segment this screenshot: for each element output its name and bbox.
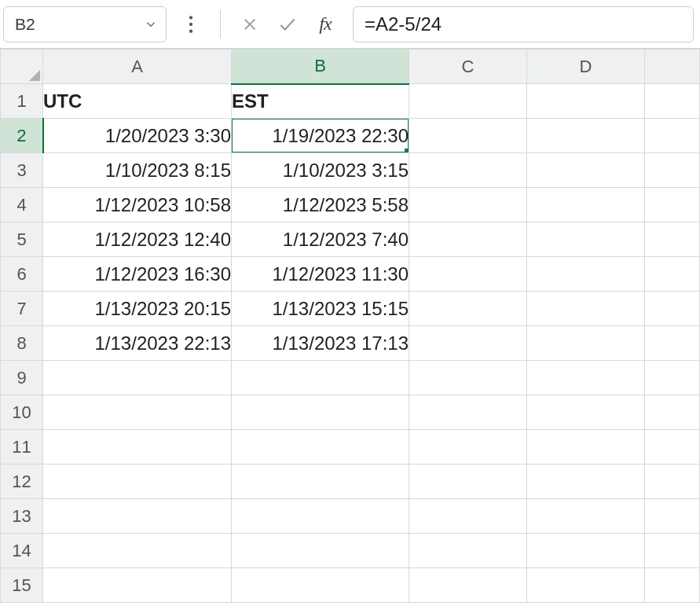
cell-extra-3[interactable] xyxy=(645,153,700,188)
cell-B3[interactable]: 1/10/2023 3:15 xyxy=(232,153,409,188)
row-header-3[interactable]: 3 xyxy=(1,153,43,188)
cell-extra-8[interactable] xyxy=(645,326,700,361)
cell-D5[interactable] xyxy=(527,222,645,257)
formula-bar-input[interactable]: =A2-5/24 xyxy=(353,6,694,42)
cell-D15[interactable] xyxy=(527,568,645,603)
name-box[interactable]: B2 xyxy=(3,6,167,42)
cell-A11[interactable] xyxy=(43,430,232,465)
cell-D9[interactable] xyxy=(527,361,645,395)
row-header-10[interactable]: 10 xyxy=(1,395,43,430)
cell-extra-12[interactable] xyxy=(645,465,700,499)
cell-D1[interactable] xyxy=(527,84,645,119)
cell-A6[interactable]: 1/12/2023 16:30 xyxy=(43,257,232,292)
row-header-1[interactable]: 1 xyxy=(1,84,43,119)
cell-D6[interactable] xyxy=(527,257,645,292)
cell-B15[interactable] xyxy=(232,568,409,603)
chevron-down-icon[interactable] xyxy=(144,17,158,31)
cell-extra-2[interactable] xyxy=(645,119,700,153)
cell-extra-6[interactable] xyxy=(645,257,700,292)
row-header-2[interactable]: 2 xyxy=(1,119,43,153)
cell-B12[interactable] xyxy=(232,465,409,499)
enter-icon[interactable] xyxy=(276,13,299,36)
cell-C6[interactable] xyxy=(409,257,527,292)
cell-C11[interactable] xyxy=(409,430,527,465)
row-header-15[interactable]: 15 xyxy=(1,568,43,603)
cell-D7[interactable] xyxy=(527,292,645,326)
col-header-extra[interactable] xyxy=(645,50,700,84)
cell-B11[interactable] xyxy=(232,430,409,465)
cell-D8[interactable] xyxy=(527,326,645,361)
cell-C12[interactable] xyxy=(409,465,527,499)
cell-extra-15[interactable] xyxy=(645,568,700,603)
row-header-7[interactable]: 7 xyxy=(1,292,43,326)
cell-A9[interactable] xyxy=(43,361,232,395)
cell-extra-7[interactable] xyxy=(645,292,700,326)
cell-C8[interactable] xyxy=(409,326,527,361)
cell-D2[interactable] xyxy=(527,119,645,153)
cell-D10[interactable] xyxy=(527,395,645,430)
row-header-12[interactable]: 12 xyxy=(1,465,43,499)
cell-B4[interactable]: 1/12/2023 5:58 xyxy=(232,188,409,222)
kebab-menu-icon[interactable] xyxy=(179,13,203,36)
cell-A4[interactable]: 1/12/2023 10:58 xyxy=(43,188,232,222)
cell-B6[interactable]: 1/12/2023 11:30 xyxy=(232,257,409,292)
col-header-B[interactable]: B xyxy=(232,50,409,84)
cell-C13[interactable] xyxy=(409,499,527,534)
col-header-D[interactable]: D xyxy=(527,50,645,84)
cell-A3[interactable]: 1/10/2023 8:15 xyxy=(43,153,232,188)
cell-B14[interactable] xyxy=(232,534,409,568)
row-header-5[interactable]: 5 xyxy=(1,222,43,257)
cell-A10[interactable] xyxy=(43,395,232,430)
cell-D13[interactable] xyxy=(527,499,645,534)
cell-A1[interactable]: UTC xyxy=(43,84,232,119)
cell-B9[interactable] xyxy=(232,361,409,395)
cell-C10[interactable] xyxy=(409,395,527,430)
cell-C4[interactable] xyxy=(409,188,527,222)
cell-D3[interactable] xyxy=(527,153,645,188)
cell-D4[interactable] xyxy=(527,188,645,222)
col-header-A[interactable]: A xyxy=(43,50,232,84)
cell-C3[interactable] xyxy=(409,153,527,188)
cell-A14[interactable] xyxy=(43,534,232,568)
cell-B1[interactable]: EST xyxy=(232,84,409,119)
cell-D14[interactable] xyxy=(527,534,645,568)
col-header-C[interactable]: C xyxy=(409,50,527,84)
cell-A8[interactable]: 1/13/2023 22:13 xyxy=(43,326,232,361)
fx-icon[interactable]: fx xyxy=(313,13,337,36)
cell-B7[interactable]: 1/13/2023 15:15 xyxy=(232,292,409,326)
cell-A13[interactable] xyxy=(43,499,232,534)
row-header-8[interactable]: 8 xyxy=(1,326,43,361)
cell-C7[interactable] xyxy=(409,292,527,326)
cell-B8[interactable]: 1/13/2023 17:13 xyxy=(232,326,409,361)
row-header-9[interactable]: 9 xyxy=(1,361,43,395)
cell-extra-4[interactable] xyxy=(645,188,700,222)
row-header-11[interactable]: 11 xyxy=(1,430,43,465)
cell-extra-9[interactable] xyxy=(645,361,700,395)
cell-C1[interactable] xyxy=(409,84,527,119)
cell-A15[interactable] xyxy=(43,568,232,603)
cell-extra-13[interactable] xyxy=(645,499,700,534)
cell-A7[interactable]: 1/13/2023 20:15 xyxy=(43,292,232,326)
cell-A2[interactable]: 1/20/2023 3:30 xyxy=(43,119,232,153)
cell-B13[interactable] xyxy=(232,499,409,534)
row-header-6[interactable]: 6 xyxy=(1,257,43,292)
cancel-icon[interactable] xyxy=(238,13,262,36)
cell-C2[interactable] xyxy=(409,119,527,153)
cell-extra-1[interactable] xyxy=(645,84,700,119)
row-header-13[interactable]: 13 xyxy=(1,499,43,534)
cell-D11[interactable] xyxy=(527,430,645,465)
cell-B2[interactable]: 1/19/2023 22:30 xyxy=(232,119,409,153)
cell-C14[interactable] xyxy=(409,534,527,568)
cell-D12[interactable] xyxy=(527,465,645,499)
cell-C15[interactable] xyxy=(409,568,527,603)
cell-extra-11[interactable] xyxy=(645,430,700,465)
cell-extra-5[interactable] xyxy=(645,222,700,257)
cell-extra-14[interactable] xyxy=(645,534,700,568)
select-all-corner[interactable] xyxy=(1,50,43,84)
cell-C9[interactable] xyxy=(409,361,527,395)
cell-A12[interactable] xyxy=(43,465,232,499)
row-header-4[interactable]: 4 xyxy=(1,188,43,222)
cell-B5[interactable]: 1/12/2023 7:40 xyxy=(232,222,409,257)
cell-A5[interactable]: 1/12/2023 12:40 xyxy=(43,222,232,257)
row-header-14[interactable]: 14 xyxy=(1,534,43,568)
